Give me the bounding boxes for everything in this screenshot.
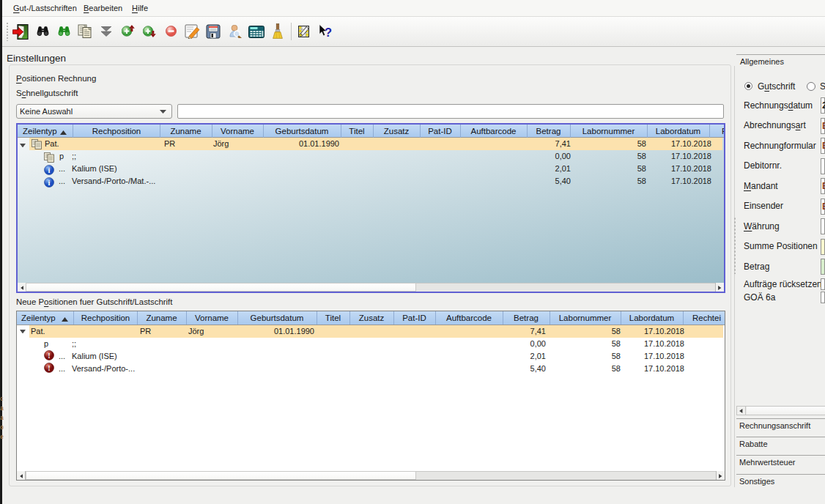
svg-text:i: i (48, 179, 51, 187)
svg-text:i: i (48, 166, 51, 174)
svg-text:?: ? (325, 26, 332, 39)
svg-text:!: ! (48, 364, 51, 372)
svg-text:!: ! (48, 352, 51, 360)
